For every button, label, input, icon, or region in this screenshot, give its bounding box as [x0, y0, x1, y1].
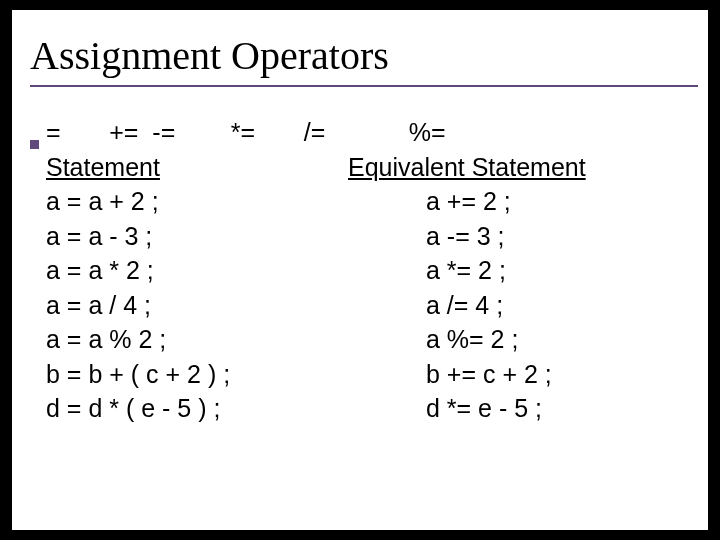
- table-row: d = d * ( e - 5 ) ; d *= e - 5 ;: [46, 391, 698, 426]
- table-row: b = b + ( c + 2 ) ; b += c + 2 ;: [46, 357, 698, 392]
- table-row: a = a % 2 ; a %= 2 ;: [46, 322, 698, 357]
- stmt-cell: d = d * ( e - 5 ) ;: [46, 391, 348, 426]
- equiv-cell: a %= 2 ;: [348, 322, 518, 357]
- equiv-cell: a /= 4 ;: [348, 288, 503, 323]
- slide: Assignment Operators = += -= *= /= %= St…: [12, 10, 708, 530]
- stmt-cell: a = a + 2 ;: [46, 184, 348, 219]
- stmt-cell: a = a - 3 ;: [46, 219, 348, 254]
- slide-title: Assignment Operators: [12, 10, 708, 85]
- stmt-cell: a = a / 4 ;: [46, 288, 348, 323]
- header-left: Statement: [46, 150, 348, 185]
- header-right-text: Equivalent Statement: [348, 153, 586, 181]
- equiv-cell: a += 2 ;: [348, 184, 511, 219]
- table-row: a = a * 2 ; a *= 2 ;: [46, 253, 698, 288]
- header-row: Statement Equivalent Statement: [46, 150, 698, 185]
- equiv-cell: a *= 2 ;: [348, 253, 506, 288]
- operators-line: = += -= *= /= %=: [46, 115, 698, 150]
- stmt-cell: b = b + ( c + 2 ) ;: [46, 357, 348, 392]
- table-row: a = a - 3 ; a -= 3 ;: [46, 219, 698, 254]
- equiv-cell: a -= 3 ;: [348, 219, 505, 254]
- stmt-cell: a = a * 2 ;: [46, 253, 348, 288]
- slide-content: = += -= *= /= %= Statement Equivalent St…: [12, 87, 708, 426]
- header-right: Equivalent Statement: [348, 150, 586, 185]
- table-row: a = a + 2 ; a += 2 ;: [46, 184, 698, 219]
- table-row: a = a / 4 ; a /= 4 ;: [46, 288, 698, 323]
- header-left-text: Statement: [46, 153, 160, 181]
- equiv-cell: b += c + 2 ;: [348, 357, 552, 392]
- bullet-accent: [30, 140, 39, 149]
- equiv-cell: d *= e - 5 ;: [348, 391, 542, 426]
- stmt-cell: a = a % 2 ;: [46, 322, 348, 357]
